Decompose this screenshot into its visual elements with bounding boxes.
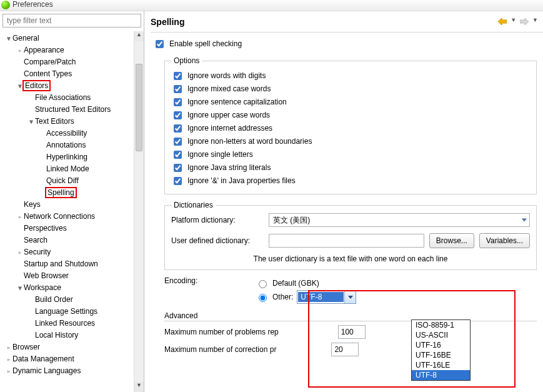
scroll-down-button[interactable]: ▼ <box>134 382 144 392</box>
tree-item[interactable]: Annotations <box>0 139 144 151</box>
tree-item[interactable]: Language Settings <box>0 306 144 318</box>
tree-item[interactable]: Structured Text Editors <box>0 104 144 116</box>
encoding-label: Encoding: <box>164 276 252 285</box>
tree-item[interactable]: ▹Security <box>0 246 144 258</box>
tree-item[interactable]: ▹Network Connections <box>0 211 144 223</box>
encoding-dropdown-list[interactable]: ISO-8859-1US-ASCIIUTF-16UTF-16BEUTF-16LE… <box>411 319 471 381</box>
encoding-option[interactable]: UTF-16BE <box>412 350 470 360</box>
tree-item[interactable]: ▼General <box>0 33 144 44</box>
option-checkbox[interactable]: Ignore upper case words <box>171 109 530 121</box>
tree-item[interactable]: Content Types <box>0 68 144 80</box>
tree-item-label: Structured Text Editors <box>35 105 111 114</box>
tree-expander-icon[interactable]: ▼ <box>16 282 24 294</box>
filter-input[interactable] <box>2 14 141 28</box>
scroll-up-button[interactable]: ▲ <box>134 31 144 41</box>
options-legend: Options <box>171 56 202 65</box>
option-checkbox[interactable]: Ignore non-letters at word boundaries <box>171 135 530 148</box>
encoding-option[interactable]: UTF-8 <box>412 370 470 380</box>
tree-item[interactable]: ▹Browser <box>0 341 144 353</box>
back-menu-chevron[interactable]: ▼ <box>511 17 516 27</box>
encoding-option[interactable]: US-ASCII <box>412 330 470 340</box>
option-checkbox[interactable]: Ignore Java string literals <box>171 161 530 174</box>
tree-item-label: Accessibility <box>46 129 87 138</box>
tree-item[interactable]: Spelling <box>0 187 144 199</box>
scrollbar-thumb[interactable] <box>136 64 142 151</box>
browse-button[interactable]: Browse... <box>429 233 474 248</box>
tree-item-label: Language Settings <box>35 307 97 316</box>
option-checkbox[interactable]: Ignore mixed case words <box>171 83 530 95</box>
tree-expander-icon[interactable]: ▹ <box>16 44 24 56</box>
tree-item[interactable]: Search <box>0 234 144 246</box>
tree-item[interactable]: Compare/Patch <box>0 56 144 68</box>
encoding-other-radio[interactable]: Other: UTF-8 <box>256 290 537 304</box>
encoding-option[interactable]: ISO-8859-1 <box>412 320 470 330</box>
tree-item-label: Spelling <box>45 187 77 198</box>
option-checkbox[interactable]: Ignore words with digits <box>171 69 530 82</box>
tree-expander-icon[interactable]: ▼ <box>27 116 35 128</box>
option-label: Ignore Java string literals <box>187 163 271 172</box>
window-title-text: Preferences <box>12 0 53 9</box>
option-checkbox-input[interactable] <box>174 177 182 185</box>
option-checkbox[interactable]: Ignore sentence capitalization <box>171 96 530 108</box>
option-checkbox-input[interactable] <box>174 124 182 133</box>
tree-item[interactable]: ▼Text Editors <box>0 116 144 128</box>
tree-item[interactable]: Build Order <box>0 294 144 306</box>
tree-item[interactable]: Perspectives <box>0 223 144 234</box>
preferences-tree: ▼General▹AppearanceCompare/PatchContent … <box>0 31 144 381</box>
tree-item[interactable]: ▼Editors <box>0 80 144 92</box>
platform-dictionary-select[interactable]: 英文 (美国) <box>269 213 530 227</box>
option-checkbox-input[interactable] <box>174 85 182 93</box>
tree-item[interactable]: Quick Diff <box>0 175 144 187</box>
option-checkbox[interactable]: Ignore internet addresses <box>171 122 530 134</box>
option-checkbox-input[interactable] <box>174 151 182 159</box>
max-problems-input[interactable] <box>338 325 366 339</box>
encoding-combo[interactable]: UTF-8 <box>297 290 356 304</box>
tree-item[interactable]: Hyperlinking <box>0 151 144 163</box>
option-checkbox-input[interactable] <box>174 98 182 106</box>
option-checkbox-input[interactable] <box>174 138 182 146</box>
tree-item-label: Compare/Patch <box>24 58 76 66</box>
option-checkbox[interactable]: Ignore '&' in Java properties files <box>171 174 530 187</box>
encoding-default-radio[interactable]: Default (GBK) <box>256 276 537 290</box>
encoding-other-input[interactable] <box>259 294 267 302</box>
tree-scrollbar[interactable]: ▲ ▼ <box>134 31 144 392</box>
tree-item[interactable]: Web Browser <box>0 270 144 282</box>
encoding-option[interactable]: UTF-16 <box>412 340 470 350</box>
tree-item[interactable]: ▹Data Management <box>0 353 144 365</box>
tree-expander-icon[interactable]: ▹ <box>5 341 12 353</box>
variables-button[interactable]: Variables... <box>479 233 530 248</box>
options-fieldset: Options Ignore words with digitsIgnore m… <box>164 56 537 194</box>
forward-button[interactable] <box>519 17 530 27</box>
encoding-option[interactable]: UTF-16LE <box>412 360 470 370</box>
option-checkbox-input[interactable] <box>174 164 182 172</box>
tree-item[interactable]: Accessibility <box>0 128 144 139</box>
enable-spellcheck-checkbox[interactable]: Enable spell checking <box>153 38 537 50</box>
option-checkbox[interactable]: Ignore single letters <box>171 148 530 161</box>
tree-item-label: Web Browser <box>24 271 69 280</box>
back-button[interactable] <box>497 17 508 27</box>
tree-item[interactable]: ▹Appearance <box>0 44 144 56</box>
enable-spellcheck-input[interactable] <box>156 40 164 48</box>
tree-expander-icon[interactable]: ▹ <box>16 246 24 258</box>
tree-expander-icon[interactable]: ▼ <box>5 33 12 44</box>
tree-expander-icon[interactable]: ▹ <box>16 211 24 223</box>
encoding-default-input[interactable] <box>259 280 267 288</box>
tree-item[interactable]: Linked Resources <box>0 318 144 329</box>
tree-item[interactable]: Startup and Shutdown <box>0 258 144 270</box>
tree-expander-icon[interactable]: ▹ <box>5 353 12 365</box>
tree-item[interactable]: Keys <box>0 199 144 211</box>
user-dictionary-input[interactable] <box>269 234 424 248</box>
option-label: Ignore upper case words <box>187 111 270 119</box>
option-checkbox-input[interactable] <box>174 72 182 80</box>
option-label: Ignore non-letters at word boundaries <box>187 137 312 146</box>
tree-item[interactable]: ▼Workspace <box>0 282 144 294</box>
max-corrections-input[interactable] <box>331 343 359 356</box>
encoding-combo-dropdown-button[interactable] <box>344 291 356 303</box>
tree-expander-icon[interactable]: ▹ <box>5 365 12 377</box>
tree-item[interactable]: File Associations <box>0 92 144 104</box>
forward-menu-chevron[interactable]: ▼ <box>532 17 538 27</box>
option-checkbox-input[interactable] <box>174 111 182 119</box>
tree-item[interactable]: Local History <box>0 329 144 341</box>
tree-item[interactable]: ▹Dynamic Languages <box>0 365 144 377</box>
tree-item[interactable]: Linked Mode <box>0 163 144 175</box>
